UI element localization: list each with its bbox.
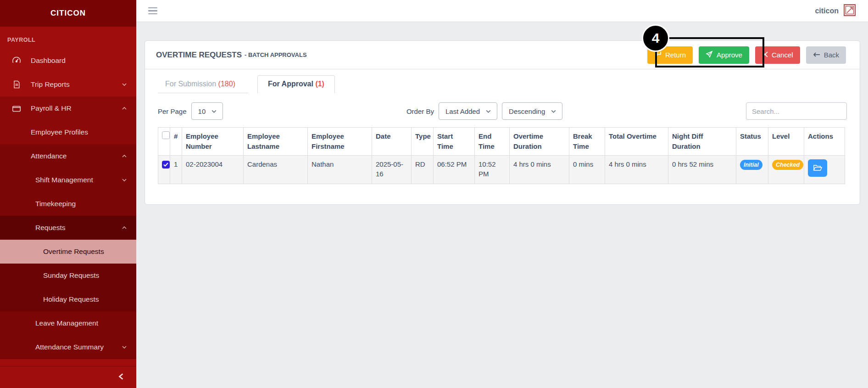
- table-header-row: # Employee Number Employee Lastname Empl…: [158, 128, 845, 156]
- chevron-down-icon: [485, 108, 491, 114]
- column-header: Level: [768, 128, 804, 156]
- header-buttons: Return Approve Cancel Back: [647, 46, 846, 64]
- sidebar-item-leave-management[interactable]: Leave Management: [0, 311, 136, 335]
- column-header: Date: [372, 128, 412, 156]
- tab-for-submission[interactable]: For Submission (180): [158, 76, 248, 93]
- topbar-brand-text: citicon: [815, 7, 839, 15]
- column-header: Employee Firstname: [308, 128, 372, 156]
- sidebar-item-trip-reports[interactable]: Trip Reports: [0, 73, 136, 96]
- per-page-label: Per Page: [158, 107, 187, 115]
- row-index: 1: [170, 155, 182, 184]
- cell-overtime-duration: 4 hrs 0 mins: [510, 155, 569, 184]
- sort-direction-select[interactable]: Descending: [502, 102, 562, 120]
- sidebar-item-employee-profiles[interactable]: Employee Profiles: [0, 120, 136, 144]
- row-checkbox[interactable]: [162, 161, 170, 169]
- column-header: Night Diff Duration: [668, 128, 736, 156]
- page-subtitle: - BATCH APPROVALS: [245, 51, 307, 58]
- sidebar-item-payroll-hr[interactable]: Payroll & HR: [0, 96, 136, 120]
- column-header: Total Overtime: [605, 128, 668, 156]
- column-header: Employee Lastname: [244, 128, 308, 156]
- close-icon: [762, 51, 768, 59]
- cell-end-time: 10:52 PM: [475, 155, 510, 184]
- sidebar-item-holiday-requests[interactable]: Holiday Requests: [0, 287, 136, 311]
- card-body: For Submission (180) For Approval (1) Pe…: [145, 69, 860, 204]
- column-header: Overtime Duration: [510, 128, 569, 156]
- search-input[interactable]: [746, 102, 847, 120]
- sidebar-item-requests[interactable]: Requests: [0, 216, 136, 240]
- chevron-down-icon: [122, 177, 127, 183]
- chevron-down-icon: [122, 82, 127, 87]
- status-badge: Initial: [740, 160, 762, 170]
- level-badge: Checked: [772, 160, 803, 170]
- send-icon: [706, 51, 713, 59]
- check-icon: [163, 163, 168, 167]
- view-details-button[interactable]: [808, 159, 827, 177]
- sidebar: CITICON PAYROLL Dashboard Trip Reports P…: [0, 0, 136, 388]
- order-by-select[interactable]: Last Added: [439, 102, 497, 120]
- tab-bar: For Submission (180) For Approval (1): [158, 75, 847, 93]
- chevron-down-icon: [211, 108, 217, 114]
- chevron-up-icon: [122, 106, 127, 111]
- sidebar-item-dashboard[interactable]: Dashboard: [0, 49, 136, 73]
- cancel-button[interactable]: Cancel: [755, 46, 800, 64]
- speedometer-icon: [10, 56, 23, 66]
- sidebar-item-timekeeping[interactable]: Timekeeping: [0, 192, 136, 216]
- citicon-logo-icon: [843, 4, 856, 18]
- order-by-label: Order By: [406, 107, 434, 115]
- column-header: Type: [412, 128, 434, 156]
- chevron-down-icon: [122, 344, 127, 350]
- sidebar-collapse-bar[interactable]: [0, 366, 136, 388]
- back-arrow-icon: [813, 51, 820, 59]
- cell-date: 2025-05-16: [372, 155, 412, 184]
- sidebar-item-shift-management[interactable]: Shift Management: [0, 168, 136, 192]
- sidebar-nav: Dashboard Trip Reports Payroll & HR Empl…: [0, 49, 136, 366]
- chevron-up-icon: [122, 153, 127, 159]
- cell-employee-number: 02-2023004: [182, 155, 244, 184]
- card-header: OVERTIME REQUESTS - BATCH APPROVALS Retu…: [145, 41, 860, 69]
- sidebar-item-attendance-summary[interactable]: Attendance Summary: [0, 335, 136, 359]
- return-arrow-icon: [654, 51, 662, 59]
- chevron-left-icon[interactable]: [118, 373, 124, 382]
- page-title: OVERTIME REQUESTS: [156, 51, 242, 60]
- column-header: Actions: [804, 128, 845, 156]
- tab-count: (1): [315, 80, 324, 88]
- overtime-requests-table: # Employee Number Employee Lastname Empl…: [158, 127, 845, 184]
- sidebar-item-overtime-requests[interactable]: Overtime Requests: [0, 240, 136, 264]
- sidebar-item-attendance[interactable]: Attendance: [0, 144, 136, 168]
- filter-row: Per Page 10 Order By Last Added Descendi…: [158, 102, 847, 120]
- open-folder-icon: [813, 164, 822, 172]
- main-content: OVERTIME REQUESTS - BATCH APPROVALS Retu…: [136, 22, 868, 388]
- wallet-icon: [10, 103, 23, 113]
- column-header: End Time: [475, 128, 510, 156]
- cell-type: RD: [412, 155, 434, 184]
- column-header: Start Time: [434, 128, 475, 156]
- column-header: Status: [736, 128, 768, 156]
- cell-total-overtime: 4 hrs 0 mins: [605, 155, 668, 184]
- document-icon: [10, 80, 23, 89]
- topbar: citicon: [136, 0, 868, 22]
- cell-start-time: 06:52 PM: [434, 155, 475, 184]
- hamburger-menu-icon[interactable]: [148, 7, 157, 15]
- cell-employee-firstname: Nathan: [308, 155, 372, 184]
- approve-button[interactable]: Approve: [699, 46, 749, 64]
- back-button[interactable]: Back: [806, 46, 846, 64]
- chevron-up-icon: [122, 225, 127, 231]
- sidebar-brand: CITICON: [0, 0, 136, 27]
- select-all-checkbox[interactable]: [162, 131, 170, 139]
- overtime-requests-card: OVERTIME REQUESTS - BATCH APPROVALS Retu…: [145, 40, 860, 205]
- table-row: 1 02-2023004 Cardenas Nathan 2025-05-16 …: [158, 155, 845, 184]
- per-page-select[interactable]: 10: [191, 102, 223, 120]
- sidebar-item-sunday-requests[interactable]: Sunday Requests: [0, 264, 136, 287]
- column-header: Employee Number: [182, 128, 244, 156]
- tab-count: (180): [218, 80, 235, 88]
- sidebar-section-label: PAYROLL: [0, 27, 136, 49]
- tab-for-approval[interactable]: For Approval (1): [257, 75, 335, 93]
- column-header: #: [170, 128, 182, 156]
- return-button[interactable]: Return: [647, 46, 693, 64]
- column-header: Break Time: [569, 128, 605, 156]
- cell-break-time: 0 mins: [569, 155, 605, 184]
- cell-employee-lastname: Cardenas: [244, 155, 308, 184]
- chevron-down-icon: [551, 108, 556, 114]
- cell-night-diff-duration: 0 hrs 52 mins: [668, 155, 736, 184]
